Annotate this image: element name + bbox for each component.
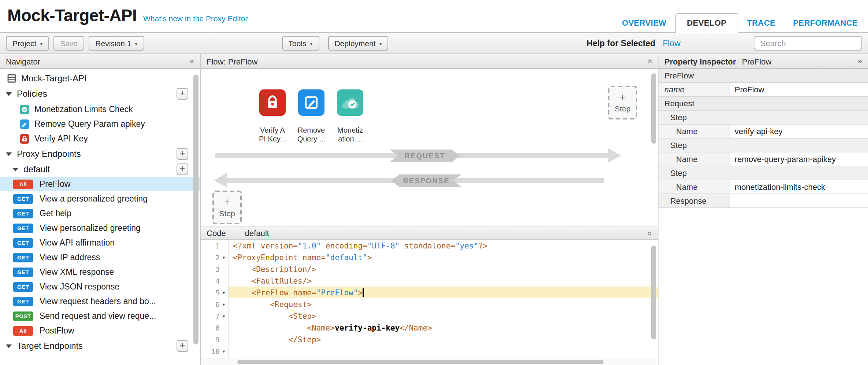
scrollbar-thumb[interactable] [237,360,604,364]
policy-item-remove-query-param-apikey[interactable]: Remove Query Param apikey [0,117,200,131]
policy-item-monetization-limits-check[interactable]: Monetization Limits Check [0,102,200,117]
flow-item[interactable]: GET View XML response [0,265,200,279]
property-value[interactable] [730,194,868,207]
tab-develop[interactable]: DEVELOP [675,13,738,33]
fold-arrow-icon[interactable]: ▾ [220,254,228,261]
flow-canvas-scrollbar[interactable] [651,73,656,144]
line-number[interactable]: 9 [201,333,228,345]
code-token: <?xml version= [233,241,298,250]
code-horizontal-scrollbar[interactable] [201,358,658,365]
whats-new-link[interactable]: What's new in the Proxy Editor [143,14,248,23]
add-flow-button[interactable]: + [177,163,188,175]
line-number[interactable]: 10▾ [201,345,228,357]
expand-panel-icon[interactable]: » [858,57,862,65]
add-proxy-endpoint-button[interactable]: + [177,148,188,160]
add-policy-button[interactable]: + [177,88,188,100]
code-line[interactable]: <Description/> [229,263,658,275]
property-value[interactable]: PreFlow [730,83,868,96]
line-number[interactable]: 6▾ [201,298,228,310]
endpoint-group-default[interactable]: default + [0,162,200,177]
code-line[interactable]: <Step> [229,310,658,322]
property-inspector-panel: Property Inspector PreFlow » PreFlow nam… [659,54,868,365]
policy-item-verify-api-key[interactable]: Verify API Key [0,131,200,146]
flow-item-postflow[interactable]: All PostFlow [0,323,200,338]
tools-menu-button[interactable]: Tools ▾ [282,36,319,51]
flow-item[interactable]: GET View JSON response [0,279,200,294]
revision-menu-button[interactable]: Revision 1 ▾ [89,36,144,51]
collapse-panel-icon[interactable]: « [190,57,194,65]
fold-arrow-icon[interactable]: ▾ [220,348,228,354]
help-for-selected-label: Help for Selected [587,39,656,48]
disclosure-triangle-icon[interactable] [12,167,18,171]
line-number[interactable]: 1 [201,240,228,251]
remove-query-policy-icon[interactable] [298,89,324,116]
line-number[interactable]: 8 [201,322,228,333]
collapse-flow-icon[interactable]: » [646,59,654,63]
code-header: Code default » [201,227,658,240]
tab-trace[interactable]: TRACE [738,14,784,32]
line-number[interactable]: 2▾ [201,251,228,263]
help-flow-link[interactable]: Flow [663,39,680,48]
flow-item[interactable]: GET View request headers and bo... [0,294,200,309]
tree-root-mock-target-api[interactable]: Mock-Target-API [0,71,200,86]
fold-arrow-icon[interactable]: ▾ [220,313,228,319]
flow-item[interactable]: GET View personalized greeting [0,221,200,235]
method-badge: All [13,179,33,189]
section-policies[interactable]: Policies + [0,86,200,102]
property-value[interactable]: remove-query-param-apikey [730,152,868,166]
save-button[interactable]: Save [53,36,84,51]
property-inspector-title: Property Inspector [664,57,736,66]
fold-arrow-icon[interactable]: ▾ [220,301,228,307]
flow-item[interactable]: GET View API affirmation [0,235,200,250]
navigator-panel: Navigator « Mock-Target-API Policies + [0,54,201,365]
line-number[interactable]: 3 [201,263,228,275]
search-input[interactable] [754,36,862,51]
flow-item[interactable]: GET View IP address [0,250,200,265]
collapse-code-icon[interactable]: » [646,231,654,235]
code-token: "PreFlow" [316,288,358,297]
monetization-policy-icon[interactable] [337,89,363,116]
verify-api-key-policy-icon[interactable] [259,89,286,116]
add-step-button-request[interactable]: + Step [608,86,637,119]
property-value[interactable]: monetization-limits-check [730,180,868,193]
flow-item[interactable]: GET View a personalized greeting [0,191,200,206]
flow-canvas: Verify API Key... RemoveQuery ... Moneti… [201,69,658,227]
flow-item[interactable]: GET Get help [0,206,200,221]
code-token: "UTF-8" [367,241,400,250]
proxy-editor-app: Mock-Target-API What's new in the Proxy … [0,0,868,365]
code-line[interactable]: <FaultRules/> [229,275,658,287]
code-vertical-scrollbar[interactable] [651,246,656,339]
line-number[interactable]: 7▾ [201,310,228,322]
line-number[interactable]: 4 [201,275,228,287]
code-line[interactable] [229,345,658,357]
navigator-scrollbar[interactable] [193,75,199,344]
disclosure-triangle-icon[interactable] [6,344,12,348]
tab-performance[interactable]: PERFORMANCE [784,14,867,32]
step-label: Step [670,141,687,150]
code-line[interactable]: <?xml version="1.0" encoding="UTF-8" sta… [229,240,658,251]
add-step-button-response[interactable]: + Step [212,191,242,224]
section-proxy-endpoints[interactable]: Proxy Endpoints + [0,146,200,162]
code-line[interactable]: <ProxyEndpoint name="default"> [229,251,658,263]
line-number-label: 3 [201,265,220,273]
plus-icon: + [224,197,230,207]
deployment-menu-button[interactable]: Deployment ▾ [328,36,388,51]
fold-arrow-icon[interactable]: ▾ [220,289,228,296]
add-target-endpoint-button[interactable]: + [177,340,188,352]
code-token: </Step> [233,335,321,344]
code-line[interactable]: <Request> [229,298,658,310]
flow-title: Flow: PreFlow [207,57,257,66]
code-line[interactable]: </Step> [229,333,658,345]
flow-item-preflow[interactable]: All PreFlow [0,177,200,191]
code-line[interactable]: <Name>verify-api-key</Name> [229,322,658,333]
line-number[interactable]: 5▾ [201,287,228,298]
section-target-endpoints[interactable]: Target Endpoints + [0,338,200,354]
tab-overview[interactable]: OVERVIEW [613,14,675,32]
flow-item[interactable]: POST Send request and view reque... [0,309,200,323]
disclosure-triangle-icon[interactable] [6,92,12,96]
code-editor[interactable]: 12▾345▾6▾7▾8910▾ <?xml version="1.0" enc… [201,240,658,358]
project-menu-button[interactable]: Project ▾ [6,36,49,51]
code-line[interactable]: <PreFlow name="PreFlow"> [229,287,658,298]
property-value[interactable]: verify-api-key [730,125,868,138]
disclosure-triangle-icon[interactable] [6,152,12,156]
